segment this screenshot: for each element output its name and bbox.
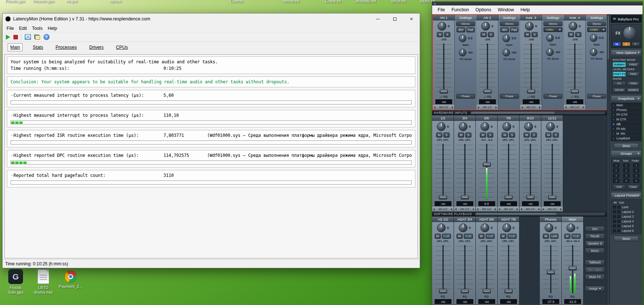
channel-name[interactable]: Main [562,217,583,222]
stereo-toggle[interactable]: Stereo [456,21,475,26]
solo-button[interactable]: S [531,132,537,138]
all-checkbox[interactable] [613,210,616,213]
link-button[interactable]: Link [550,234,559,239]
bus-assign[interactable]: AN 1/2 [454,207,475,211]
pan-knob[interactable] [481,122,489,131]
fx-return-knob[interactable] [623,26,637,40]
desktop-file-label[interactable]: Chorus [230,0,243,3]
pad-button[interactable]: Pad [510,27,518,32]
rms-button[interactable]: RMS [627,72,640,76]
fader-handle[interactable] [439,195,447,199]
solo-button[interactable]: S [553,132,559,138]
prev-bus-icon[interactable] [434,106,435,108]
cue-button[interactable]: CUE [507,234,517,239]
bus-assign[interactable]: AN 1/2 [477,105,498,110]
pan-knob[interactable] [569,22,577,31]
store-layout-button[interactable]: Store [614,236,639,241]
gain-knob[interactable] [590,34,597,42]
snapshot-indicator[interactable] [612,104,615,107]
pan-knob[interactable] [502,122,511,131]
fader-value[interactable]: -oo [479,99,496,104]
desktop-file-label[interactable]: песня.txt [283,0,299,3]
channel-name[interactable]: AN 1 [433,15,454,20]
gain-knob[interactable] [502,35,510,42]
all-checkbox[interactable] [613,225,616,227]
groups-header[interactable]: Groups [611,150,641,156]
mono-button[interactable]: Mono [585,248,605,254]
prev-bus-icon[interactable] [499,208,500,210]
bus-assign[interactable]: AN 1/2 [476,207,497,211]
pan-knob[interactable] [481,223,489,232]
phase-button[interactable]: Phase [456,94,475,99]
eq-row[interactable]: EQ [527,95,535,99]
fader-group-4[interactable]: 4 [633,179,639,183]
snapshot-indicator[interactable] [612,137,615,140]
channel-name[interactable]: 5/6 [476,115,497,121]
fader-value[interactable]: -oo [457,299,473,304]
analyze-icon[interactable] [25,34,31,40]
bus-assign[interactable]: AN 1/2 [498,207,519,211]
eq-row[interactable]: EQ [463,294,467,298]
fader-value[interactable]: -oo [522,201,539,206]
eq-row[interactable]: EQ [570,294,575,298]
menu-file[interactable]: File [434,6,448,13]
next-bus-icon[interactable] [583,106,584,108]
gain-knob[interactable] [459,35,466,42]
channel-name[interactable]: 11/12 [541,115,563,121]
snapshot-indicator[interactable] [612,132,615,135]
fader-handle[interactable] [439,289,447,293]
fader-value[interactable]: -27.5 [542,299,559,304]
layout-preset-less[interactable]: Less [613,205,639,209]
tab-main[interactable]: Main [8,43,23,51]
fader-value[interactable]: -oo [435,99,452,104]
prev-bus-icon[interactable] [455,208,457,210]
fader-handle[interactable] [569,266,577,270]
pan-knob[interactable] [545,223,553,232]
scrollbar-thumb[interactable] [471,112,555,114]
pan-knob[interactable] [546,122,555,131]
next-bus-icon[interactable] [495,208,496,210]
all-checkbox[interactable] [613,220,616,223]
phantom-48v-button[interactable]: 48V [500,27,509,32]
scrollbar-thumb[interactable] [476,213,557,215]
solo-button[interactable]: S [487,132,493,138]
sub-checkbox[interactable] [617,210,620,213]
fader-value[interactable]: -oo [544,201,561,206]
solo-group-1[interactable]: 1 [623,163,629,167]
menu-window[interactable]: Window [494,6,517,13]
desktop-file-label[interactable]: ярлык [110,0,122,3]
mute-group-4[interactable]: 4 [613,179,619,183]
bus-assign[interactable]: AN 1/2 [564,105,585,110]
input-level-dropdown[interactable]: +4dBu [544,27,562,32]
phase-button[interactable]: Phase [544,94,562,99]
mute-group-3[interactable]: 3 [613,174,619,178]
bus-assign[interactable]: AN 1/2 [519,207,541,211]
desktop-file-label[interactable]: Acoustic.txt [356,0,376,3]
pan-knob[interactable] [566,223,575,232]
mute-button[interactable]: M [500,234,506,239]
mute-fx-button[interactable]: Mute FX [585,274,605,280]
title-bar[interactable] [432,2,643,5]
eq-row[interactable]: EQ [483,95,491,99]
mute-button[interactable]: M [457,234,463,239]
snapshot-main[interactable]: Main [611,103,641,108]
post-fx-button[interactable]: POST FX [613,72,626,76]
next-bus-icon[interactable] [539,106,541,108]
bus-assign[interactable]: AN 1/2 [541,207,563,211]
settings-header[interactable]: Settings [455,15,477,20]
channel-fader[interactable] [540,244,561,294]
channel-fader[interactable] [541,143,563,201]
fx-send-knob[interactable] [546,48,554,56]
fader-group-1[interactable]: 1 [633,163,639,167]
fader-value[interactable]: -oo [457,201,473,206]
fader-value[interactable]: -oo [500,201,517,206]
mute-group-1[interactable]: 1 [613,163,619,167]
fader-handle[interactable] [547,270,555,274]
fader-value[interactable]: -oo [478,299,495,304]
title-bar[interactable]: LatencyMon (Home Edition ) v 7.31 - http… [3,13,420,24]
fader-value[interactable]: -oo [500,299,517,304]
mute-button[interactable]: M [480,132,486,138]
snapshot-indicator[interactable] [612,128,615,130]
bus-assign[interactable]: AN 1/2 [520,105,542,110]
desktop-file-label[interactable]: ns.pur [67,0,78,3]
